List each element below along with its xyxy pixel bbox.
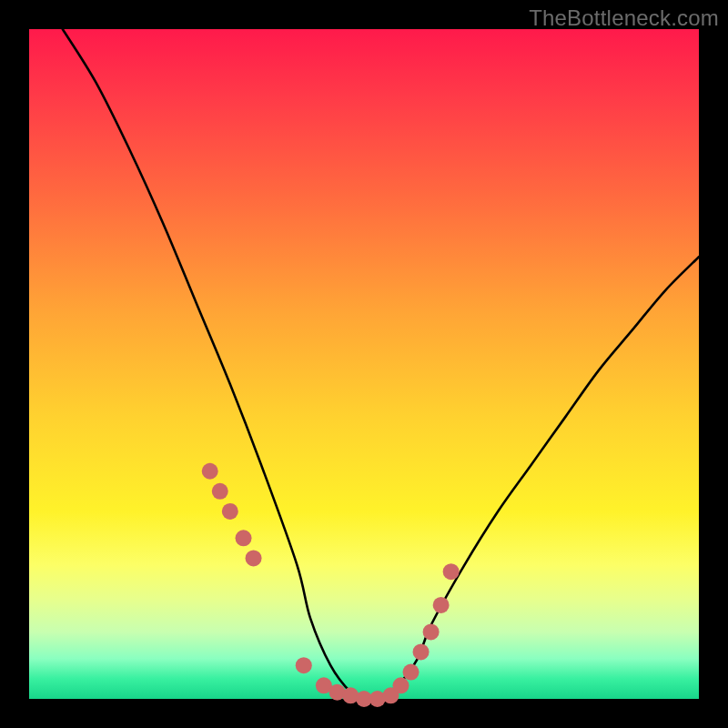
marker-dot [413, 643, 430, 660]
marker-dot [433, 597, 450, 613]
marker-dot [403, 664, 420, 681]
marker-dot [236, 530, 252, 546]
plot-area [29, 29, 699, 699]
bottleneck-curve [63, 29, 699, 700]
marker-dot [296, 657, 312, 673]
marker-dots [202, 463, 460, 707]
chart-svg [29, 29, 699, 699]
watermark-text: TheBottleneck.com [529, 5, 719, 31]
marker-dot [423, 623, 440, 640]
marker-dot [222, 503, 238, 520]
marker-dot [392, 677, 409, 693]
marker-dot [246, 550, 262, 566]
curve-layer [63, 29, 699, 700]
chart-frame: TheBottleneck.com [0, 0, 728, 728]
marker-dot [202, 463, 218, 480]
marker-dot [443, 563, 460, 580]
marker-dot [212, 483, 228, 500]
